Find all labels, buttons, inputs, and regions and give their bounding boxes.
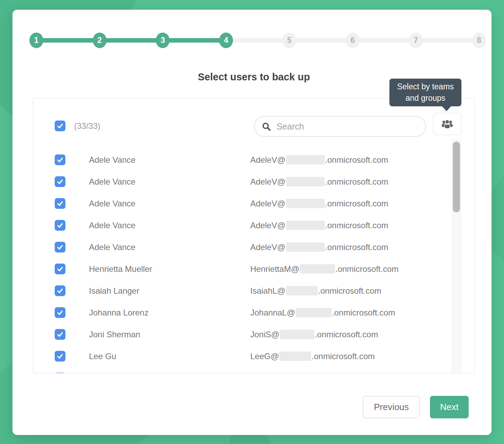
select-all-checkbox[interactable] [55, 121, 65, 131]
user-email: JoniS@.onmicrosoft.com [250, 330, 378, 339]
redaction-block [286, 221, 325, 230]
user-name: Joni Sherman [89, 330, 140, 339]
row-checkbox[interactable] [55, 264, 65, 274]
step-3: 3 [156, 33, 170, 48]
user-list: Adele Vance AdeleV@.onmicrosoft.com Adel… [33, 149, 452, 373]
search-icon [262, 122, 271, 131]
list-item[interactable]: Adele Vance AdeleV@.onmicrosoft.com [33, 236, 452, 258]
email-suffix: .onmicrosoft.com [332, 308, 395, 317]
email-prefix: HenriettaM@ [250, 264, 299, 274]
user-selection-panel: (33/33) [33, 98, 475, 373]
wizard-card: 12345678 Select users to back up Select … [12, 10, 492, 435]
list-item[interactable]: Adele Vance AdeleV@.onmicrosoft.com [33, 171, 452, 193]
tooltip-text-line1: Select by teams [389, 81, 461, 92]
email-suffix: .onmicrosoft.com [335, 264, 399, 274]
redaction-block [286, 242, 325, 252]
checkmark-icon [56, 331, 64, 338]
search-input[interactable] [276, 121, 418, 132]
redaction-block [296, 308, 332, 317]
checkmark-icon [56, 222, 64, 229]
user-name: Henrietta Mueller [89, 264, 152, 274]
row-checkbox[interactable] [55, 307, 65, 318]
checkmark-icon [56, 178, 64, 185]
checkmark-icon [56, 122, 64, 130]
email-suffix: .onmicrosoft.com [325, 199, 388, 208]
email-suffix: .onmicrosoft.com [325, 242, 388, 252]
email-prefix: AdeleV@ [250, 199, 286, 208]
email-prefix: LeeG@ [250, 352, 279, 361]
stepper: 12345678 [12, 10, 492, 69]
row-checkbox[interactable] [55, 220, 65, 231]
tooltip-text-line2: and groups [389, 92, 461, 104]
row-checkbox[interactable] [55, 285, 65, 296]
user-name: Adele Vance [89, 177, 135, 187]
search-box[interactable] [254, 116, 426, 137]
step-1: 1 [29, 33, 43, 48]
list-item[interactable]: Lee Gu LeeG@.onmicrosoft.com [33, 345, 452, 367]
list-item[interactable]: Adele Vance AdeleV@.onmicrosoft.com [33, 149, 452, 171]
step-4: 4 [219, 33, 233, 48]
email-suffix: .onmicrosoft.com [318, 286, 381, 295]
user-email: AdeleV@.onmicrosoft.com [250, 155, 388, 165]
checkmark-icon [56, 287, 64, 294]
email-suffix: .onmicrosoft.com [312, 352, 375, 361]
email-prefix: AdeleV@ [250, 221, 286, 230]
list-item[interactable]: Isaiah Langer IsaiahL@.onmicrosoft.com [33, 280, 452, 302]
row-checkbox[interactable] [55, 373, 65, 373]
step-2: 2 [93, 33, 107, 48]
user-name: Adele Vance [89, 155, 135, 165]
scrollbar-thumb[interactable] [453, 142, 460, 212]
row-checkbox[interactable] [55, 242, 65, 252]
list-item[interactable]: Adele Vance AdeleV@.onmicrosoft.com [33, 214, 452, 236]
user-email: LeeG@.onmicrosoft.com [250, 352, 375, 361]
next-button[interactable]: Next [430, 396, 469, 418]
checkmark-icon [56, 156, 64, 163]
row-checkbox[interactable] [55, 351, 65, 362]
email-prefix: AdeleV@ [250, 155, 286, 165]
step-7: 7 [409, 33, 423, 48]
user-email: AdeleV@.onmicrosoft.com [250, 177, 388, 187]
list-item[interactable]: Johanna Lorenz JohannaL@.onmicrosoft.com [33, 302, 452, 323]
row-checkbox[interactable] [55, 176, 65, 187]
redaction-block [286, 199, 325, 208]
checkmark-icon [56, 243, 64, 251]
list-item[interactable] [33, 367, 452, 373]
list-item[interactable]: Joni Sherman JoniS@.onmicrosoft.com [33, 323, 452, 345]
select-by-teams-button[interactable] [433, 113, 461, 135]
email-prefix: AdeleV@ [250, 242, 286, 252]
user-email: AdeleV@.onmicrosoft.com [250, 221, 388, 230]
redaction-block [279, 352, 311, 361]
email-prefix: JoniS@ [250, 330, 279, 339]
list-item[interactable]: Adele Vance AdeleV@.onmicrosoft.com [33, 193, 452, 214]
row-checkbox[interactable] [55, 198, 65, 209]
email-suffix: .onmicrosoft.com [315, 330, 378, 339]
row-checkbox[interactable] [55, 154, 65, 165]
stepper-progress [36, 38, 226, 43]
select-all-row: (33/33) [55, 121, 100, 131]
previous-button[interactable]: Previous [363, 396, 420, 418]
user-email: AdeleV@.onmicrosoft.com [250, 199, 388, 208]
redaction-block [300, 264, 335, 274]
user-email: IsaiahL@.onmicrosoft.com [250, 286, 381, 296]
tooltip-select-by-teams: Select by teams and groups [389, 79, 461, 106]
step-5: 5 [282, 33, 296, 48]
user-name: Johanna Lorenz [89, 308, 148, 318]
user-email: AdeleV@.onmicrosoft.com [250, 242, 388, 252]
row-checkbox[interactable] [55, 329, 65, 340]
user-email: HenriettaM@.onmicrosoft.com [250, 264, 398, 274]
checkmark-icon [56, 265, 64, 273]
checkmark-icon [56, 200, 64, 207]
selected-count-label: (33/33) [74, 121, 100, 131]
email-prefix: AdeleV@ [250, 177, 286, 186]
redaction-block [286, 155, 325, 165]
user-name: Adele Vance [89, 242, 135, 252]
user-email: JohannaL@.onmicrosoft.com [250, 308, 395, 318]
list-item[interactable]: Henrietta Mueller HenriettaM@.onmicrosof… [33, 258, 452, 280]
page-background: 12345678 Select users to back up Select … [0, 0, 504, 444]
step-6: 6 [346, 33, 360, 48]
email-prefix: JohannaL@ [250, 308, 295, 317]
redaction-block [286, 286, 318, 295]
email-suffix: .onmicrosoft.com [325, 177, 388, 186]
redaction-block [286, 177, 325, 186]
user-name: Adele Vance [89, 221, 135, 230]
